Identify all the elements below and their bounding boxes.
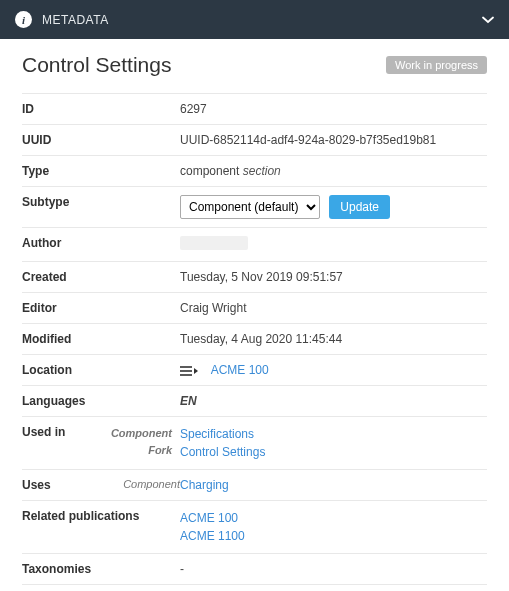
field-id: ID 6297 xyxy=(22,93,487,124)
field-editor: Editor Craig Wright xyxy=(22,292,487,323)
value-type: component section xyxy=(180,164,487,178)
used-in-link-2[interactable]: Control Settings xyxy=(180,443,487,461)
label-id: ID xyxy=(22,102,180,116)
sublabel-component: Component xyxy=(111,425,172,442)
info-icon: i xyxy=(15,11,32,28)
svg-marker-3 xyxy=(194,368,198,374)
label-modified: Modified xyxy=(22,332,180,346)
label-subtype: Subtype xyxy=(22,195,180,209)
label-type: Type xyxy=(22,164,180,178)
sublabel-fork: Fork xyxy=(148,442,172,459)
label-taxonomies: Taxonomies xyxy=(22,562,180,576)
value-subtype: Component (default) Update xyxy=(180,195,487,219)
type-prefix: component xyxy=(180,164,243,178)
page-title: Control Settings xyxy=(22,53,386,77)
label-used-in-text: Used in xyxy=(22,425,111,439)
field-type: Type component section xyxy=(22,155,487,186)
update-button[interactable]: Update xyxy=(329,195,390,219)
field-subtype: Subtype Component (default) Update xyxy=(22,186,487,227)
status-badge: Work in progress xyxy=(386,56,487,74)
label-uses: Uses Component xyxy=(22,478,180,492)
field-taxonomies: Taxonomies - xyxy=(22,553,487,584)
label-used-in: Used in Component Fork xyxy=(22,425,180,458)
metadata-header: i METADATA xyxy=(0,0,509,39)
field-location: Location ACME 100 xyxy=(22,354,487,385)
type-suffix: section xyxy=(243,164,281,178)
metadata-content: Control Settings Work in progress ID 629… xyxy=(0,39,509,591)
label-related: Related publications xyxy=(22,509,180,523)
chevron-down-icon[interactable] xyxy=(482,12,494,27)
field-modified: Modified Tuesday, 4 Aug 2020 11:45:44 xyxy=(22,323,487,354)
label-location: Location xyxy=(22,363,180,377)
value-editor: Craig Wright xyxy=(180,301,487,315)
label-created: Created xyxy=(22,270,180,284)
value-created: Tuesday, 5 Nov 2019 09:51:57 xyxy=(180,270,487,284)
field-languages: Languages EN xyxy=(22,385,487,416)
header-title: METADATA xyxy=(42,13,482,27)
label-uses-text: Uses xyxy=(22,478,123,492)
label-uuid: UUID xyxy=(22,133,180,147)
related-link-1[interactable]: ACME 100 xyxy=(180,509,487,527)
value-taxonomies: - xyxy=(180,562,487,576)
value-languages: EN xyxy=(180,394,487,408)
author-redacted xyxy=(180,236,248,250)
page-header: Control Settings Work in progress xyxy=(22,53,487,77)
label-languages: Languages xyxy=(22,394,180,408)
breadcrumb-icon[interactable] xyxy=(180,365,198,377)
field-used-in: Used in Component Fork Specifications Co… xyxy=(22,416,487,469)
value-author xyxy=(180,236,487,253)
uses-link[interactable]: Charging xyxy=(180,478,229,492)
field-created: Created Tuesday, 5 Nov 2019 09:51:57 xyxy=(22,261,487,292)
subtype-select[interactable]: Component (default) xyxy=(180,195,320,219)
label-editor: Editor xyxy=(22,301,180,315)
field-author: Author xyxy=(22,227,487,261)
value-modified: Tuesday, 4 Aug 2020 11:45:44 xyxy=(180,332,487,346)
sublabel-uses: Component xyxy=(123,478,180,490)
field-uuid: UUID UUID-6852114d-adf4-924a-8029-b7f35e… xyxy=(22,124,487,155)
value-location: ACME 100 xyxy=(180,363,487,377)
field-version: Version 1.0.0 xyxy=(22,584,487,591)
field-related: Related publications ACME 100 ACME 1100 xyxy=(22,500,487,553)
used-in-link-1[interactable]: Specifications xyxy=(180,425,487,443)
value-uses: Charging xyxy=(180,478,487,492)
related-link-2[interactable]: ACME 1100 xyxy=(180,527,487,545)
value-uuid: UUID-6852114d-adf4-924a-8029-b7f35ed19b8… xyxy=(180,133,487,147)
value-used-in: Specifications Control Settings xyxy=(180,425,487,461)
field-uses: Uses Component Charging xyxy=(22,469,487,500)
label-author: Author xyxy=(22,236,180,250)
location-link[interactable]: ACME 100 xyxy=(211,363,269,377)
value-id: 6297 xyxy=(180,102,487,116)
value-related: ACME 100 ACME 1100 xyxy=(180,509,487,545)
